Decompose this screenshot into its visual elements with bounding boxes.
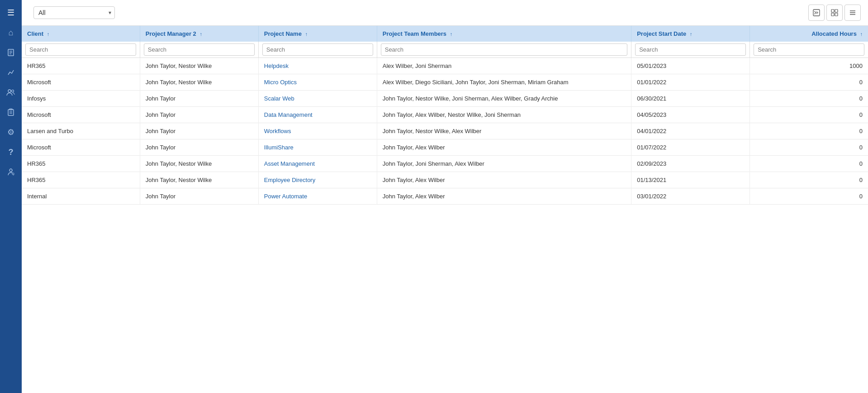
help-icon[interactable]: ? (2, 143, 20, 161)
cell-8-col-3: John Taylor, Alex Wilber (377, 188, 631, 205)
cell-2-col-1: John Taylor (140, 91, 258, 107)
document-icon[interactable] (2, 43, 20, 62)
hamburger-icon[interactable]: ☰ (2, 4, 20, 22)
cell-8-col-2[interactable]: Power Automate (258, 188, 377, 205)
cell-5-col-4: 01/07/2022 (631, 139, 750, 156)
cell-0-col-5: 1000 (750, 58, 868, 74)
svg-point-10 (9, 169, 12, 172)
search-start-date-cell (631, 42, 750, 58)
cell-1-col-5: 0 (750, 74, 868, 91)
cell-2-col-3: John Taylor, Nestor Wilke, Joni Sherman,… (377, 91, 631, 107)
cell-1-col-1: John Taylor, Nestor Wilke (140, 74, 258, 91)
search-manager-input[interactable] (144, 43, 255, 56)
cell-5-col-2[interactable]: IllumiShare (258, 139, 377, 156)
home-icon[interactable]: ⌂ (2, 24, 20, 42)
svg-rect-19 (831, 13, 834, 16)
export-excel-button[interactable] (808, 5, 825, 21)
cell-4-col-0: Larsen and Turbo (22, 123, 140, 139)
cell-0-col-2[interactable]: Helpdesk (258, 58, 377, 74)
project-select[interactable]: All All (33, 6, 115, 19)
table-search-row (22, 42, 868, 58)
svg-rect-14 (813, 10, 820, 16)
col-project-name-label: Project Name (264, 30, 302, 37)
table-container: Client ↑ Project Manager 2 ↑ Project Nam… (22, 26, 868, 393)
col-start-date-label: Project Start Date (637, 30, 686, 37)
search-allocated-hours-input[interactable] (754, 43, 864, 56)
cell-4-col-4: 04/01/2022 (631, 123, 750, 139)
cell-8-col-5: 0 (750, 188, 868, 205)
col-allocated-hours-sort-icon: ↑ (860, 31, 863, 37)
project-select-wrapper: All All ▾ (33, 6, 115, 19)
cell-6-col-3: John Taylor, Joni Sherman, Alex Wilber (377, 156, 631, 172)
search-project-name-input[interactable] (262, 43, 373, 56)
table-body: HR365John Taylor, Nestor WilkeHelpdeskAl… (22, 58, 868, 205)
sidebar: ☰ ⌂ ⚙ ? (0, 0, 22, 393)
col-client-sort-icon: ↑ (47, 31, 50, 37)
col-manager-label: Project Manager 2 (146, 30, 196, 37)
cell-2-col-4: 06/30/2021 (631, 91, 750, 107)
table-row: InternalJohn TaylorPower AutomateJohn Ta… (22, 188, 868, 205)
cell-6-col-0: HR365 (22, 156, 140, 172)
cell-0-col-4: 05/01/2023 (631, 58, 750, 74)
people-icon[interactable] (2, 83, 20, 101)
col-manager[interactable]: Project Manager 2 ↑ (140, 26, 258, 42)
col-project-name-sort-icon: ↑ (305, 31, 308, 37)
search-client-cell (22, 42, 140, 58)
col-team-members-label: Project Team Members (383, 30, 446, 37)
col-team-members[interactable]: Project Team Members ↑ (377, 26, 631, 42)
search-team-members-input[interactable] (381, 43, 627, 56)
table-row: HR365John Taylor, Nestor WilkeEmployee D… (22, 172, 868, 188)
users-admin-icon[interactable] (2, 163, 20, 181)
col-allocated-hours[interactable]: Allocated Hours ↑ (750, 26, 868, 42)
cell-4-col-1: John Taylor (140, 123, 258, 139)
more-options-button[interactable] (844, 5, 861, 21)
table-row: Larsen and TurboJohn TaylorWorkflowsJohn… (22, 123, 868, 139)
cell-3-col-5: 0 (750, 107, 868, 123)
cell-7-col-1: John Taylor, Nestor Wilke (140, 172, 258, 188)
search-manager-cell (140, 42, 258, 58)
svg-rect-6 (8, 110, 14, 115)
projects-table: Client ↑ Project Manager 2 ↑ Project Nam… (22, 26, 868, 205)
svg-point-4 (8, 90, 11, 92)
cell-1-col-4: 01/01/2022 (631, 74, 750, 91)
col-manager-sort-icon: ↑ (199, 31, 202, 37)
cell-8-col-1: John Taylor (140, 188, 258, 205)
cell-3-col-2[interactable]: Data Management (258, 107, 377, 123)
cell-6-col-4: 02/09/2023 (631, 156, 750, 172)
cell-7-col-2[interactable]: Employee Directory (258, 172, 377, 188)
table-row: MicrosoftJohn TaylorData ManagementJohn … (22, 107, 868, 123)
search-start-date-input[interactable] (635, 43, 746, 56)
table-row: InfosysJohn TaylorScalar WebJohn Taylor,… (22, 91, 868, 107)
cell-2-col-5: 0 (750, 91, 868, 107)
col-client[interactable]: Client ↑ (22, 26, 140, 42)
search-client-input[interactable] (25, 43, 136, 56)
cell-1-col-0: Microsoft (22, 74, 140, 91)
grid-view-button[interactable] (826, 5, 843, 21)
cell-2-col-2[interactable]: Scalar Web (258, 91, 377, 107)
table-row: HR365John Taylor, Nestor WilkeAsset Mana… (22, 156, 868, 172)
cell-3-col-1: John Taylor (140, 107, 258, 123)
cell-0-col-1: John Taylor, Nestor Wilke (140, 58, 258, 74)
table-header-row: Client ↑ Project Manager 2 ↑ Project Nam… (22, 26, 868, 42)
col-project-name[interactable]: Project Name ↑ (258, 26, 377, 42)
cell-4-col-5: 0 (750, 123, 868, 139)
cell-4-col-2[interactable]: Workflows (258, 123, 377, 139)
svg-rect-20 (835, 13, 838, 16)
topbar-actions (808, 5, 861, 21)
cell-7-col-3: John Taylor, Alex Wilber (377, 172, 631, 188)
col-start-date-sort-icon: ↑ (690, 31, 693, 37)
cell-6-col-2[interactable]: Asset Management (258, 156, 377, 172)
col-client-label: Client (27, 30, 43, 37)
col-team-members-sort-icon: ↑ (450, 31, 453, 37)
cell-6-col-1: John Taylor, Nestor Wilke (140, 156, 258, 172)
search-team-members-cell (377, 42, 631, 58)
col-allocated-hours-label: Allocated Hours (811, 30, 857, 37)
cell-3-col-0: Microsoft (22, 107, 140, 123)
chart-icon[interactable] (2, 63, 20, 81)
cell-1-col-2[interactable]: Micro Optics (258, 74, 377, 91)
clipboard-icon[interactable] (2, 103, 20, 121)
cell-5-col-5: 0 (750, 139, 868, 156)
cell-6-col-5: 0 (750, 156, 868, 172)
col-start-date[interactable]: Project Start Date ↑ (631, 26, 750, 42)
settings-icon[interactable]: ⚙ (2, 123, 20, 141)
